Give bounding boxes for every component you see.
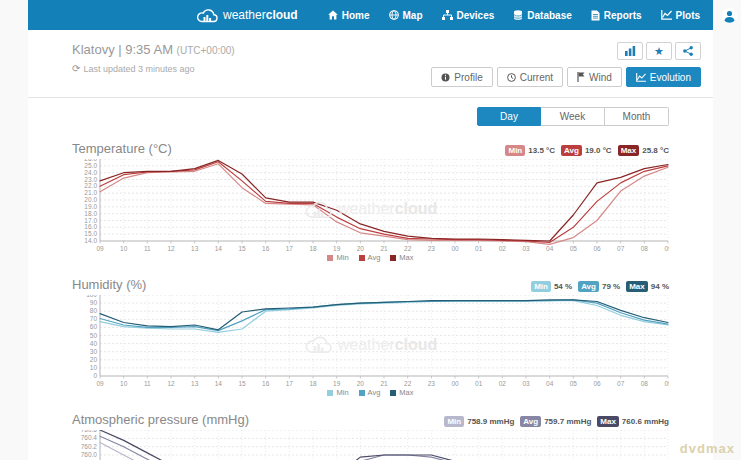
stat-min: Min54 %: [531, 281, 572, 292]
nav-item-reports[interactable]: Reports: [591, 10, 642, 21]
legend-item-min[interactable]: Min: [327, 388, 348, 397]
pressure-stats: Min758.9 mmHgAvg759.7 mmHgMax760.6 mmHg: [444, 416, 669, 427]
svg-text:13: 13: [191, 380, 199, 387]
svg-text:17: 17: [286, 245, 294, 252]
svg-text:90: 90: [90, 299, 98, 306]
user-avatar[interactable]: [721, 7, 738, 24]
devices-icon: [442, 10, 453, 20]
evolution-button[interactable]: Evolution: [626, 67, 701, 87]
svg-text:21: 21: [380, 380, 388, 387]
svg-text:06: 06: [593, 245, 601, 252]
stat-max: Max94 %: [626, 281, 669, 292]
svg-text:09: 09: [96, 245, 104, 252]
nav-item-plots[interactable]: Plots: [661, 10, 700, 21]
page: weathercloud Home Map Devices Database: [0, 0, 741, 460]
pressure-chart: weathercloud 091011121314151617181920212…: [72, 430, 669, 460]
svg-text:09: 09: [664, 380, 669, 387]
svg-text:08: 08: [641, 380, 649, 387]
svg-text:0: 0: [93, 372, 97, 379]
svg-text:04: 04: [546, 245, 554, 252]
nav-item-map[interactable]: Map: [389, 10, 423, 21]
svg-text:19: 19: [333, 380, 341, 387]
legend-item-max[interactable]: Max: [390, 253, 413, 262]
legend-item-avg[interactable]: Avg: [359, 388, 381, 397]
plots-icon: [661, 10, 672, 20]
database-icon: [513, 10, 523, 20]
svg-text:17: 17: [286, 380, 294, 387]
station-header: Klatovy | 9:35 AM (UTC+00:00) ⟳ Last upd…: [28, 30, 713, 93]
bar-chart-icon: [625, 46, 636, 56]
legend-item-min[interactable]: Min: [327, 253, 348, 262]
pressure-section: Atmospheric pressure (mmHg) Min758.9 mmH…: [28, 399, 713, 460]
svg-text:06: 06: [593, 380, 601, 387]
plot-svg: 0910111213141516171819202122230001020304…: [72, 295, 669, 388]
svg-text:16: 16: [262, 380, 270, 387]
bar-chart-button[interactable]: [617, 42, 643, 60]
temperature-section: Temperature (°C) Min13.5 °CAvg19.0 °CMax…: [28, 128, 713, 262]
svg-text:16: 16: [262, 245, 270, 252]
svg-text:21: 21: [380, 245, 388, 252]
stat-max: Max25.8 °C: [618, 145, 669, 156]
nav-item-database[interactable]: Database: [513, 10, 571, 21]
svg-text:01: 01: [475, 380, 483, 387]
svg-text:02: 02: [499, 245, 507, 252]
svg-text:08: 08: [641, 245, 649, 252]
svg-text:20: 20: [357, 380, 365, 387]
svg-text:100: 100: [86, 295, 97, 298]
legend-item-avg[interactable]: Avg: [359, 253, 381, 262]
stat-min: Min13.5 °C: [505, 145, 555, 156]
brand-text: weathercloud: [223, 8, 298, 22]
stat-avg: Avg759.7 mmHg: [520, 416, 591, 427]
svg-text:05: 05: [570, 245, 578, 252]
plot-svg: 0910111213141516171819202122230001020304…: [72, 159, 669, 253]
svg-text:03: 03: [522, 380, 530, 387]
temperature-chart: weathercloud 091011121314151617181920212…: [72, 159, 669, 262]
svg-text:70: 70: [90, 315, 98, 322]
svg-text:760.0: 760.0: [81, 451, 98, 458]
last-updated: ⟳ Last updated 3 minutes ago: [72, 63, 235, 74]
temperature-stats: Min13.5 °CAvg19.0 °CMax25.8 °C: [505, 145, 669, 156]
refresh-icon[interactable]: ⟳: [72, 63, 80, 74]
svg-text:03: 03: [522, 245, 530, 252]
legend-item-max[interactable]: Max: [390, 388, 413, 397]
tab-day[interactable]: Day: [477, 107, 541, 126]
svg-text:09: 09: [96, 380, 104, 387]
svg-text:22: 22: [404, 380, 412, 387]
svg-text:10: 10: [90, 364, 98, 371]
svg-text:760.4: 760.4: [81, 434, 98, 441]
profile-button[interactable]: Profile: [431, 67, 492, 87]
svg-text:22: 22: [404, 245, 412, 252]
star-icon: ★: [654, 46, 664, 57]
nav-item-devices[interactable]: Devices: [442, 10, 495, 21]
svg-text:40: 40: [90, 340, 98, 347]
svg-text:09: 09: [664, 245, 669, 252]
svg-text:10: 10: [120, 245, 128, 252]
svg-text:10: 10: [120, 380, 128, 387]
humidity-stats: Min54 %Avg79 %Max94 %: [531, 281, 669, 292]
navbar: weathercloud Home Map Devices Database: [28, 0, 713, 30]
stat-avg: Avg19.0 °C: [561, 145, 612, 156]
weathercloud-logo[interactable]: weathercloud: [196, 8, 298, 23]
stat-avg: Avg79 %: [578, 281, 620, 292]
svg-text:50: 50: [90, 332, 98, 339]
svg-text:30: 30: [90, 348, 98, 355]
svg-text:04: 04: [546, 380, 554, 387]
nav-item-home[interactable]: Home: [328, 10, 370, 21]
svg-text:11: 11: [144, 245, 151, 252]
svg-text:15: 15: [238, 380, 246, 387]
svg-text:60: 60: [90, 323, 98, 330]
favorite-button[interactable]: ★: [646, 42, 672, 60]
icon-button-row: ★: [617, 42, 701, 60]
svg-text:11: 11: [144, 380, 151, 387]
tab-month[interactable]: Month: [605, 107, 669, 126]
tab-week[interactable]: Week: [541, 107, 605, 126]
header-actions: ★ Profile Current: [431, 42, 701, 87]
share-button[interactable]: [675, 42, 701, 60]
svg-text:05: 05: [570, 380, 578, 387]
current-button[interactable]: Current: [497, 67, 563, 87]
svg-text:23: 23: [428, 380, 436, 387]
wind-button[interactable]: Wind: [567, 67, 622, 87]
svg-text:07: 07: [617, 245, 625, 252]
svg-text:14: 14: [215, 380, 223, 387]
map-icon: [389, 10, 399, 20]
